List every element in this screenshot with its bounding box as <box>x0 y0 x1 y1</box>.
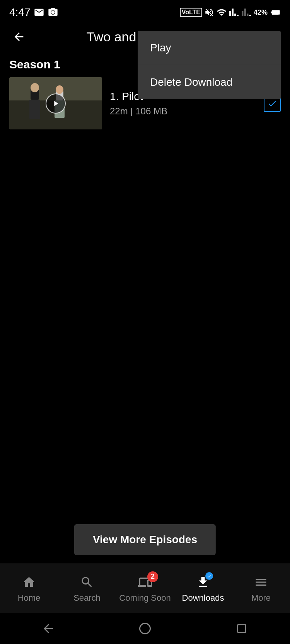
view-more-button[interactable]: View More Episodes <box>74 524 216 555</box>
android-recents-button[interactable] <box>230 617 253 640</box>
nav-downloads-label: Downloads <box>182 593 224 603</box>
context-menu: Play Delete Download <box>138 31 281 99</box>
status-left: 4:47 <box>9 6 58 19</box>
android-nav <box>0 613 290 644</box>
svg-rect-7 <box>29 100 40 119</box>
play-button[interactable] <box>46 93 66 114</box>
back-button[interactable] <box>9 27 29 46</box>
status-right: VoLTE 42% <box>180 7 281 18</box>
episode-meta: 22m | 106 MB <box>110 106 256 117</box>
nav-item-home[interactable]: Home <box>0 570 58 607</box>
status-bar: 4:47 VoLTE 42% <box>0 0 290 23</box>
downloads-icon <box>194 574 212 591</box>
nav-item-coming-soon[interactable]: Coming Soon 2 <box>116 570 174 607</box>
search-icon <box>78 574 96 591</box>
android-back-button[interactable] <box>37 617 60 640</box>
bottom-nav: Home Search Coming Soon 2 Downloads More <box>0 563 290 613</box>
home-icon <box>20 574 38 591</box>
photo-icon <box>48 7 58 18</box>
svg-rect-1 <box>272 12 278 15</box>
more-icon <box>252 574 270 591</box>
svg-point-9 <box>56 85 63 94</box>
nav-item-more[interactable]: More <box>232 570 290 607</box>
battery-text: 42% <box>254 8 268 17</box>
context-menu-delete-download[interactable]: Delete Download <box>138 65 281 99</box>
lte-icon: VoLTE <box>180 8 202 17</box>
svg-point-11 <box>140 624 150 634</box>
nav-home-label: Home <box>18 593 41 603</box>
episode-thumbnail[interactable] <box>9 77 102 129</box>
context-menu-play[interactable]: Play <box>138 31 281 65</box>
nav-more-label: More <box>251 593 271 603</box>
gmail-icon <box>34 7 44 18</box>
signal2-icon <box>241 7 251 17</box>
nav-item-downloads[interactable]: Downloads <box>174 570 232 607</box>
android-home-button[interactable] <box>133 617 157 640</box>
mute-icon <box>204 7 214 17</box>
nav-item-search[interactable]: Search <box>58 570 116 607</box>
downloads-active-indicator <box>205 572 213 580</box>
coming-soon-badge: 2 <box>147 571 158 582</box>
status-time: 4:47 <box>9 6 31 19</box>
nav-coming-soon-label: Coming Soon <box>119 593 171 603</box>
signal-icon <box>229 7 239 17</box>
wifi-icon <box>217 7 227 17</box>
svg-point-0 <box>51 10 55 14</box>
svg-point-6 <box>31 83 39 92</box>
battery-icon <box>270 7 281 18</box>
svg-rect-12 <box>238 625 246 633</box>
nav-search-label: Search <box>73 593 101 603</box>
